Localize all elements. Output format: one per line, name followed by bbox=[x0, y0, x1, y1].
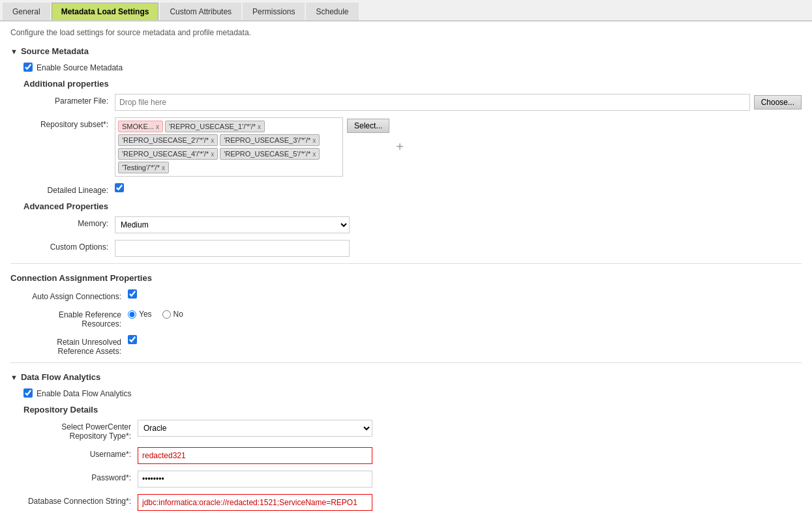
detailed-lineage-checkbox[interactable] bbox=[115, 183, 124, 192]
username-input[interactable] bbox=[138, 447, 372, 464]
custom-options-control bbox=[115, 240, 802, 257]
advanced-properties-label: Advanced Properties bbox=[23, 201, 802, 211]
password-input[interactable] bbox=[138, 471, 372, 488]
powercenter-type-control: Oracle SQL Server DB2 Sybase bbox=[138, 420, 802, 437]
enable-reference-control: Yes No bbox=[128, 308, 802, 319]
parameter-file-label: Parameter File: bbox=[23, 94, 115, 106]
db-connection-row: Database Connection String*: bbox=[10, 494, 802, 511]
tag-remove[interactable]: x bbox=[258, 123, 261, 130]
source-metadata-header: ▼ Source Metadata bbox=[10, 46, 802, 56]
password-label: Password*: bbox=[23, 471, 138, 482]
tag-remove[interactable]: x bbox=[312, 137, 316, 144]
enable-data-flow-label: Enable Data Flow Analytics bbox=[37, 388, 131, 398]
powercenter-type-select[interactable]: Oracle SQL Server DB2 Sybase bbox=[138, 420, 372, 437]
data-flow-analytics-title: Data Flow Analytics bbox=[21, 372, 100, 382]
tab-schedule[interactable]: Schedule bbox=[306, 3, 358, 20]
connection-assignment-section: Connection Assignment Properties Auto As… bbox=[10, 273, 802, 356]
enable-reference-label: Enable Reference Resources: bbox=[23, 308, 128, 328]
auto-assign-checkbox[interactable] bbox=[128, 289, 137, 299]
tag-item: 'REPRO_USECASE_1'/'*'/*x bbox=[165, 121, 265, 132]
retain-unresolved-control bbox=[128, 335, 802, 346]
tab-metadata-load-settings[interactable]: Metadata Load Settings bbox=[52, 3, 159, 20]
custom-options-row: Custom Options: bbox=[10, 240, 802, 257]
tab-permissions[interactable]: Permissions bbox=[243, 3, 305, 20]
tabs-bar: General Metadata Load Settings Custom At… bbox=[0, 0, 812, 22]
repository-subset-row: Repository subset*: SMOKE...x'REPRO_USEC… bbox=[10, 117, 802, 177]
repository-subset-label: Repository subset*: bbox=[23, 117, 115, 129]
retain-unresolved-row: Retain Unresolved Reference Assets: bbox=[10, 335, 802, 356]
radio-yes-label[interactable]: Yes bbox=[128, 310, 152, 319]
tag-box: SMOKE...x'REPRO_USECASE_1'/'*'/*x'REPRO_… bbox=[115, 117, 343, 177]
retain-unresolved-checkbox[interactable] bbox=[128, 335, 137, 344]
tag-remove[interactable]: x bbox=[162, 164, 165, 171]
data-flow-analytics-header: ▼ Data Flow Analytics bbox=[10, 372, 802, 382]
detailed-lineage-label: Detailed Lineage: bbox=[23, 183, 115, 195]
tab-general[interactable]: General bbox=[3, 3, 50, 20]
connection-assignment-header: Connection Assignment Properties bbox=[10, 273, 802, 283]
password-row: Password*: bbox=[10, 471, 802, 488]
memory-row: Memory: Low Medium High bbox=[10, 216, 802, 233]
radio-group: Yes No bbox=[128, 308, 802, 319]
memory-control: Low Medium High bbox=[115, 216, 802, 233]
enable-source-metadata-checkbox[interactable] bbox=[23, 63, 33, 72]
parameter-file-row: Parameter File: Choose... bbox=[10, 94, 802, 111]
tab-custom-attributes[interactable]: Custom Attributes bbox=[160, 3, 241, 20]
parameter-file-input[interactable] bbox=[115, 94, 750, 111]
tag-item: 'REPRO_USECASE_4'/'*'/*x bbox=[118, 148, 218, 160]
connection-assignment-title: Connection Assignment Properties bbox=[10, 273, 152, 283]
auto-assign-control bbox=[128, 289, 802, 300]
db-connection-label: Database Connection String*: bbox=[23, 494, 138, 506]
auto-assign-label: Auto Assign Connections: bbox=[23, 289, 128, 301]
enable-source-metadata-row: Enable Source Metadata bbox=[10, 63, 802, 72]
enable-data-flow-checkbox[interactable] bbox=[23, 388, 33, 398]
radio-yes[interactable] bbox=[128, 310, 136, 319]
detailed-lineage-row: Detailed Lineage: bbox=[10, 183, 802, 195]
enable-reference-row: Enable Reference Resources: Yes No bbox=[10, 308, 802, 328]
db-connection-control bbox=[138, 494, 802, 511]
additional-properties-label: Additional properties bbox=[23, 79, 802, 89]
tag-item: 'REPRO_USECASE_3'/'*'/*x bbox=[220, 134, 320, 146]
enable-source-metadata-label: Enable Source Metadata bbox=[37, 63, 123, 72]
tag-item: SMOKE...x bbox=[118, 121, 163, 132]
retain-unresolved-label: Retain Unresolved Reference Assets: bbox=[23, 335, 128, 356]
memory-select[interactable]: Low Medium High bbox=[115, 216, 350, 233]
powercenter-type-row: Select PowerCenter Repository Type*: Ora… bbox=[10, 420, 802, 441]
password-control bbox=[138, 471, 802, 488]
memory-label: Memory: bbox=[23, 216, 115, 228]
db-connection-input[interactable] bbox=[138, 494, 372, 511]
data-flow-analytics-section: ▼ Data Flow Analytics Enable Data Flow A… bbox=[10, 372, 802, 511]
tag-item: 'REPRO_USECASE_2'/'*'/*x bbox=[118, 134, 218, 146]
detailed-lineage-control bbox=[115, 183, 802, 194]
page-description: Configure the load settings for source m… bbox=[10, 28, 802, 37]
repository-details-label: Repository Details bbox=[23, 405, 802, 415]
custom-options-label: Custom Options: bbox=[23, 240, 115, 252]
plus-icon[interactable]: + bbox=[396, 139, 404, 154]
tag-remove[interactable]: x bbox=[156, 123, 159, 130]
radio-no[interactable] bbox=[162, 310, 171, 319]
parameter-file-control: Choose... bbox=[115, 94, 802, 111]
source-metadata-title: Source Metadata bbox=[21, 46, 89, 56]
username-control bbox=[138, 447, 802, 464]
tag-remove[interactable]: x bbox=[211, 151, 214, 158]
enable-data-flow-row: Enable Data Flow Analytics bbox=[10, 388, 802, 398]
repository-subset-control: SMOKE...x'REPRO_USECASE_1'/'*'/*x'REPRO_… bbox=[115, 117, 802, 177]
main-content: Configure the load settings for source m… bbox=[0, 22, 812, 511]
select-button[interactable]: Select... bbox=[347, 119, 389, 133]
username-row: Username*: bbox=[10, 447, 802, 464]
choose-button[interactable]: Choose... bbox=[754, 95, 802, 110]
radio-no-text: No bbox=[173, 310, 183, 319]
auto-assign-row: Auto Assign Connections: bbox=[10, 289, 802, 301]
custom-options-input[interactable] bbox=[115, 240, 350, 257]
username-label: Username*: bbox=[23, 447, 138, 459]
radio-yes-text: Yes bbox=[139, 310, 152, 319]
tag-item: 'REPRO_USECASE_5'/'*'/*x bbox=[220, 148, 320, 160]
tag-remove[interactable]: x bbox=[211, 137, 214, 144]
powercenter-type-label: Select PowerCenter Repository Type*: bbox=[23, 420, 138, 441]
tag-remove[interactable]: x bbox=[312, 151, 316, 158]
source-metadata-arrow[interactable]: ▼ bbox=[10, 48, 18, 55]
radio-no-label[interactable]: No bbox=[162, 310, 183, 319]
source-metadata-section: ▼ Source Metadata Enable Source Metadata… bbox=[10, 46, 802, 257]
repo-subset-container: SMOKE...x'REPRO_USECASE_1'/'*'/*x'REPRO_… bbox=[115, 117, 802, 177]
tag-item: 'Testing'/'*'/*x bbox=[118, 162, 169, 173]
data-flow-analytics-arrow[interactable]: ▼ bbox=[10, 373, 18, 381]
